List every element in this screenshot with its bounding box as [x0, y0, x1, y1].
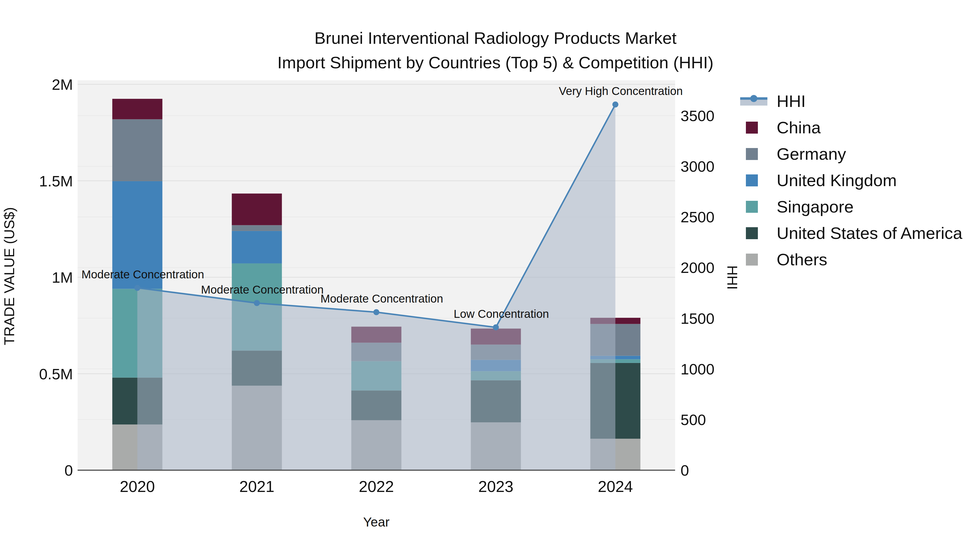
y-left-tick-label: 2M: [52, 76, 73, 93]
legend-item-united-kingdom: United Kingdom: [739, 167, 962, 194]
germany-swatch-icon: [746, 148, 758, 160]
chart-title: Brunei Interventional Radiology Products…: [5, 26, 980, 50]
y-left-tick-label: 1.5M: [39, 173, 73, 190]
china-swatch-icon: [746, 122, 758, 133]
hhi-marker-2024: [612, 102, 619, 108]
y-right-tick-label: 2500: [681, 208, 714, 225]
x-axis-title: Year: [363, 515, 390, 529]
bar-segment-china-2020: [113, 99, 162, 119]
legend-item-others: Others: [739, 246, 962, 273]
hhi-marker-2020: [134, 285, 140, 291]
hhi-line-icon: [739, 94, 770, 109]
y-right-tick-label: 0: [681, 462, 689, 479]
annotation-2023: Low Concentration: [453, 308, 549, 320]
bar-segment-china-2021: [232, 194, 282, 225]
annotation-2022: Moderate Concentration: [320, 292, 443, 305]
y-left-axis-title: TRADE VALUE (US$): [2, 207, 17, 345]
united-kingdom-swatch-icon: [746, 175, 758, 186]
y-right-tick-label: 2000: [681, 259, 714, 276]
legend-label: HHI: [776, 91, 806, 111]
hhi-marker-2023: [493, 324, 499, 330]
x-tick-label: 2020: [120, 478, 155, 495]
chart-figure: Moderate ConcentrationModerate Concentra…: [0, 0, 980, 551]
annotation-2021: Moderate Concentration: [201, 283, 324, 296]
y-right-tick-label: 3000: [681, 158, 714, 175]
title-block: Brunei Interventional Radiology Products…: [5, 26, 980, 75]
legend-label: United States of America: [776, 223, 962, 243]
y-right-tick-label: 1000: [681, 360, 714, 378]
legend-item-usa: United States of America: [739, 220, 962, 246]
hhi-marker-2021: [254, 300, 260, 306]
y-right-tick-label: 1500: [681, 310, 714, 327]
legend-item-china: China: [739, 114, 962, 141]
y-right-axis-title: HHI: [724, 265, 740, 290]
others-swatch-icon: [746, 254, 758, 265]
annotation-2024: Very High Concentration: [559, 85, 683, 97]
annotation-2020: Moderate Concentration: [81, 268, 204, 281]
x-tick-label: 2024: [598, 478, 633, 495]
y-right-tick-label: 500: [681, 411, 706, 428]
usa-swatch-icon: [746, 227, 758, 239]
y-left-tick-label: 1M: [52, 269, 73, 286]
legend-item-singapore: Singapore: [739, 194, 962, 220]
bar-segment-germany-2021: [232, 225, 282, 231]
legend-item-hhi: HHI: [739, 88, 962, 114]
y-left-tick-label: 0.5M: [39, 365, 73, 383]
legend-label: Others: [776, 250, 827, 269]
singapore-swatch-icon: [746, 201, 758, 213]
x-tick-label: 2023: [478, 478, 514, 495]
legend-label: China: [776, 118, 821, 137]
hhi-marker-2022: [374, 309, 379, 315]
y-right-tick-label: 3500: [681, 107, 714, 124]
chart-canvas: Moderate ConcentrationModerate Concentra…: [0, 0, 980, 551]
legend: HHI China Germany United Kingdom Singapo…: [739, 88, 962, 273]
legend-item-germany: Germany: [739, 141, 962, 167]
chart-subtitle: Import Shipment by Countries (Top 5) & C…: [5, 50, 980, 75]
y-left-tick-label: 0: [65, 462, 73, 479]
bar-segment-germany-2020: [113, 119, 162, 181]
legend-label: Germany: [776, 144, 846, 164]
x-tick-label: 2022: [359, 478, 394, 495]
bar-segment-united-kingdom-2021: [232, 231, 282, 264]
legend-label: United Kingdom: [776, 171, 897, 190]
legend-label: Singapore: [776, 197, 854, 216]
x-tick-label: 2021: [239, 478, 274, 495]
